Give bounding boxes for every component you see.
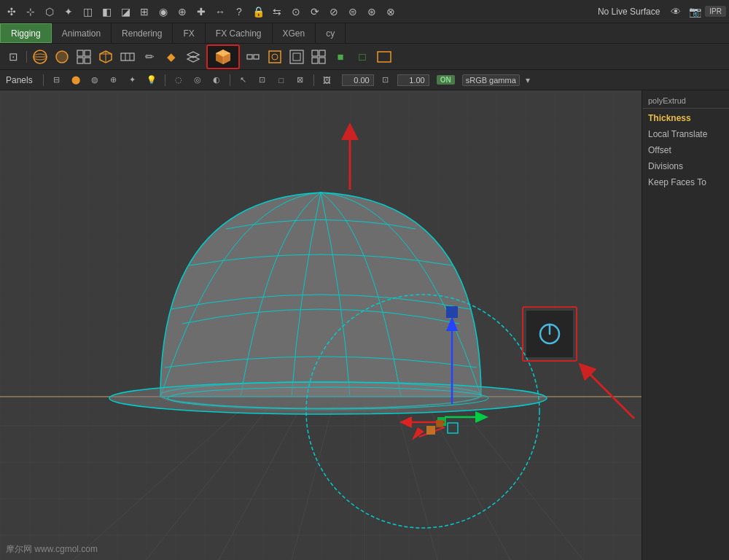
divider3 bbox=[165, 74, 165, 86]
eye-icon[interactable]: 👁 bbox=[667, 3, 685, 20]
tool-t13[interactable]: ⟳ bbox=[306, 3, 324, 20]
tool-t4[interactable]: ⊞ bbox=[136, 3, 153, 20]
svg-rect-67 bbox=[426, 426, 435, 435]
tool2-boxes[interactable] bbox=[74, 47, 94, 67]
panel-icon-sphere2[interactable]: ◍ bbox=[87, 73, 102, 88]
tool2-a3[interactable] bbox=[374, 47, 394, 67]
tool-t11[interactable]: ⇆ bbox=[268, 3, 286, 20]
divider1 bbox=[26, 51, 27, 63]
tab-xgen[interactable]: XGen bbox=[273, 23, 316, 43]
tool-move[interactable]: ⊹ bbox=[22, 3, 39, 20]
tool-t7[interactable]: ✚ bbox=[192, 3, 210, 20]
tool2-grid[interactable] bbox=[117, 47, 138, 67]
panel-icon-bulb[interactable]: 💡 bbox=[144, 73, 159, 88]
tool-t5[interactable]: ◉ bbox=[155, 3, 172, 20]
power-button[interactable] bbox=[526, 311, 573, 357]
tool-t8[interactable]: ↔ bbox=[211, 3, 229, 20]
panel-item-offset[interactable]: Offset bbox=[642, 142, 729, 158]
tab-rigging[interactable]: Rigging bbox=[0, 23, 52, 43]
panel-icon-cursor[interactable]: ↖ bbox=[236, 73, 251, 88]
tool-t1[interactable]: ◫ bbox=[79, 3, 96, 20]
tool2-diamond[interactable]: ◆ bbox=[161, 47, 182, 67]
no-live-surface-label: No Live Surface bbox=[592, 7, 666, 17]
gamma-arrow[interactable]: ▾ bbox=[526, 75, 530, 85]
panels-label: Panels bbox=[6, 75, 33, 85]
tool-select[interactable]: ✣ bbox=[3, 3, 20, 20]
panel-icon-cam[interactable]: ⊠ bbox=[293, 73, 308, 88]
panel-item-local-translate[interactable]: Local Translate bbox=[642, 126, 729, 142]
panel-icon-x[interactable]: ✦ bbox=[125, 73, 140, 88]
panel-icon-box[interactable]: □ bbox=[274, 73, 289, 88]
tool-t16[interactable]: ⊛ bbox=[363, 3, 381, 20]
svg-rect-28 bbox=[293, 53, 300, 61]
panel-icon-arrow[interactable]: ◌ bbox=[171, 73, 186, 88]
main-viewport[interactable]: 摩尔网 www.cgmol.com bbox=[0, 90, 642, 560]
divider5 bbox=[313, 74, 314, 86]
svg-rect-7 bbox=[77, 58, 83, 63]
svg-rect-6 bbox=[85, 50, 90, 56]
panel-icon-frame[interactable]: ⊡ bbox=[255, 73, 270, 88]
tool2-connect[interactable] bbox=[243, 47, 263, 67]
top-toolbar: ✣ ⊹ ⬡ ✦ ◫ ◧ ◪ ⊞ ◉ ⊕ ✚ ↔ ? 🔒 ⇆ ⊙ ⟳ ⊘ ⊜ ⊛ … bbox=[0, 0, 729, 23]
tool-t3[interactable]: ◪ bbox=[117, 3, 134, 20]
value2-field[interactable]: 1.00 bbox=[397, 74, 429, 86]
tool-lasso[interactable]: ⬡ bbox=[41, 3, 58, 20]
panel-icon-sphere[interactable]: ⬤ bbox=[69, 73, 83, 88]
svg-rect-12 bbox=[121, 53, 134, 61]
tool2-sphere2[interactable] bbox=[52, 47, 72, 67]
tool2-sphere[interactable] bbox=[30, 47, 50, 67]
second-toolbar: ⊡ ✏ ◆ ■ □ bbox=[0, 44, 729, 70]
ipr-button[interactable]: IPR bbox=[705, 6, 726, 17]
tabs-bar: Rigging Animation Rendering FX FX Cachin… bbox=[0, 23, 729, 44]
main-area: 摩尔网 www.cgmol.com polyExtrud Thickness L… bbox=[0, 90, 729, 560]
panel-icon-tri[interactable]: ◐ bbox=[209, 73, 224, 88]
tab-animation[interactable]: Animation bbox=[52, 23, 112, 43]
tool2-grid2[interactable] bbox=[308, 47, 329, 67]
panel-icon-sq[interactable]: ⊡ bbox=[378, 73, 393, 88]
tool-paint[interactable]: ✦ bbox=[60, 3, 77, 20]
svg-rect-29 bbox=[312, 50, 318, 56]
tool-t6[interactable]: ⊕ bbox=[174, 3, 191, 20]
cube-extrude-button[interactable] bbox=[206, 44, 240, 69]
panel-icon-circle[interactable]: ◎ bbox=[190, 73, 205, 88]
tool2-rotate[interactable] bbox=[265, 47, 285, 67]
svg-rect-32 bbox=[319, 58, 325, 63]
tool2-a2[interactable]: □ bbox=[352, 47, 373, 67]
camera-icon[interactable]: 📷 bbox=[686, 3, 703, 20]
svg-marker-15 bbox=[187, 52, 199, 58]
svg-rect-23 bbox=[247, 55, 252, 59]
tool-t14[interactable]: ⊘ bbox=[325, 3, 343, 20]
tool2-squares[interactable] bbox=[286, 47, 307, 67]
divider2 bbox=[43, 74, 44, 86]
tab-fx[interactable]: FX bbox=[173, 23, 205, 43]
panel-icon-dots[interactable]: ⊕ bbox=[106, 73, 121, 88]
tool2-stack[interactable] bbox=[183, 47, 203, 67]
gamma-selector[interactable]: sRGB gamma bbox=[462, 74, 520, 86]
svg-rect-68 bbox=[436, 420, 443, 427]
tool-t15[interactable]: ⊜ bbox=[344, 3, 362, 20]
power-icon bbox=[537, 321, 563, 347]
tool2-a1[interactable]: ■ bbox=[330, 47, 351, 67]
svg-point-26 bbox=[272, 54, 278, 60]
on-badge: ON bbox=[437, 75, 455, 85]
tool-t10[interactable]: 🔒 bbox=[249, 3, 267, 20]
tool2-cube-outline[interactable] bbox=[95, 47, 116, 67]
tool2-pen[interactable]: ✏ bbox=[139, 47, 160, 67]
tab-rendering[interactable]: Rendering bbox=[112, 23, 173, 43]
panel-title: polyExtrud bbox=[642, 93, 729, 109]
panel-item-thickness[interactable]: Thickness bbox=[642, 110, 729, 126]
panel-icon-img[interactable]: 🖼 bbox=[320, 73, 335, 88]
tool-t17[interactable]: ⊗ bbox=[382, 3, 399, 20]
tool2-1[interactable]: ⊡ bbox=[3, 47, 23, 67]
tab-cy[interactable]: cy bbox=[316, 23, 346, 43]
panel-item-keep-faces[interactable]: Keep Faces To bbox=[642, 174, 729, 190]
svg-rect-24 bbox=[254, 55, 259, 59]
tool-t12[interactable]: ⊙ bbox=[287, 3, 305, 20]
tool-t9[interactable]: ? bbox=[230, 3, 248, 20]
tool-t2[interactable]: ◧ bbox=[98, 3, 115, 20]
tab-fx-caching[interactable]: FX Caching bbox=[206, 23, 273, 43]
panels-bar: Panels ⊟ ⬤ ◍ ⊕ ✦ 💡 ◌ ◎ ◐ ↖ ⊡ □ ⊠ 🖼 0.00 … bbox=[0, 70, 729, 90]
panel-item-divisions[interactable]: Divisions bbox=[642, 158, 729, 174]
panel-icon-grid[interactable]: ⊟ bbox=[50, 73, 64, 88]
value1-field[interactable]: 0.00 bbox=[342, 74, 374, 86]
